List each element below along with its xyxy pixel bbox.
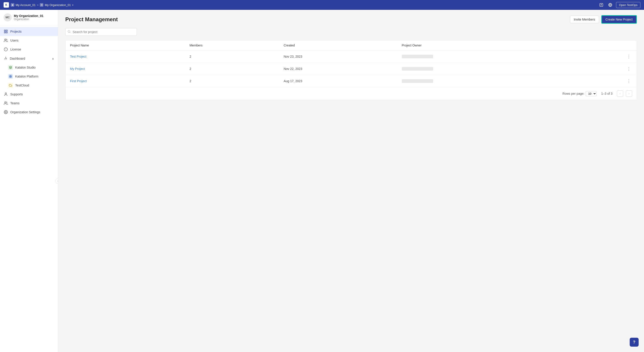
account-label[interactable]: My Account_01 (16, 3, 36, 7)
row-more-button-2[interactable]: ⋮ (626, 79, 632, 84)
sidebar-item-katalon-studio[interactable]: Katalon Studio (0, 63, 58, 72)
dashboard-expand-icon: ▲ (52, 57, 54, 60)
search-input[interactable] (65, 28, 137, 36)
katalon-studio-icon (8, 65, 13, 70)
dashboard-icon (4, 56, 8, 61)
breadcrumb: ▣ My Account_01 > ⛓ My Organization_01 ▾ (11, 3, 73, 7)
svg-rect-17 (9, 77, 10, 78)
sidebar-org-settings-label: Organization Settings (10, 110, 40, 114)
sidebar-item-teams[interactable]: Teams (0, 99, 58, 108)
sidebar-users-label: Users (10, 39, 18, 42)
project-link-0[interactable]: Test Project (70, 55, 86, 58)
page-header: Project Management Invite Members Create… (65, 15, 637, 24)
members-cell: 2 (185, 50, 279, 63)
actions-cell: ⋮ (570, 50, 636, 63)
project-name-cell: My Project (66, 63, 185, 75)
org-type: Organization (14, 18, 44, 21)
members-cell: 2 (185, 63, 279, 75)
table-header: Project Name Members Created Project Own… (66, 40, 636, 50)
table-row: First Project 2 Aug 17, 2023 ⋮ (66, 75, 636, 87)
teams-icon (4, 101, 8, 105)
svg-point-19 (5, 93, 6, 94)
rows-per-page-label: Rows per page: (562, 92, 584, 95)
owner-cell (397, 50, 570, 63)
open-testops-button[interactable]: Open TestOps (616, 2, 640, 8)
sidebar-supports-label: Supports (10, 92, 23, 96)
avatar: MC (4, 13, 12, 21)
app-layout: MC My Organization_01 Organization ‹ Pro… (0, 10, 644, 352)
rows-per-page-select[interactable]: 10 25 50 (586, 91, 596, 96)
owner-placeholder (402, 79, 433, 83)
main-content: Project Management Invite Members Create… (58, 10, 644, 352)
projects-table: Project Name Members Created Project Own… (66, 40, 636, 87)
projects-icon (4, 29, 8, 34)
row-more-button-0[interactable]: ⋮ (626, 54, 632, 59)
projects-table-container: Project Name Members Created Project Own… (65, 40, 637, 100)
search-bar (65, 28, 137, 36)
next-page-button[interactable] (626, 90, 632, 97)
sidebar-item-projects[interactable]: Projects (0, 27, 58, 36)
svg-point-22 (68, 30, 70, 32)
org-label[interactable]: My Organization_01 (45, 3, 71, 7)
header-actions: Invite Members Create New Project (570, 15, 637, 24)
svg-rect-18 (11, 77, 12, 78)
sidebar-item-users[interactable]: Users (0, 36, 58, 45)
org-name: My Organization_01 (14, 14, 44, 18)
project-link-1[interactable]: My Project (70, 67, 85, 71)
col-project-owner: Project Owner (397, 40, 570, 50)
project-name-cell: First Project (66, 75, 185, 87)
table-row: My Project 2 Nov 22, 2023 ⋮ (66, 63, 636, 75)
svg-point-7 (5, 39, 6, 40)
org-icon: ⛓ (40, 3, 44, 7)
language-icon[interactable] (607, 2, 613, 8)
top-navigation: K ▣ My Account_01 > ⛓ My Organization_01… (0, 0, 644, 10)
sidebar: MC My Organization_01 Organization ‹ Pro… (0, 10, 58, 352)
created-cell: Nov 23, 2023 (279, 50, 397, 63)
svg-marker-14 (9, 66, 12, 67)
sidebar-nav: Projects Users License (0, 25, 58, 352)
katalon-platform-icon (8, 74, 13, 79)
create-new-project-button[interactable]: Create New Project (601, 15, 637, 24)
table-body: Test Project 2 Nov 23, 2023 ⋮ My Project… (66, 50, 636, 87)
owner-cell (397, 63, 570, 75)
svg-line-23 (70, 32, 70, 33)
search-icon (68, 30, 71, 34)
top-nav-right: Open TestOps (598, 2, 640, 8)
help-icon: ? (633, 340, 636, 345)
supports-icon (4, 92, 8, 96)
svg-rect-15 (9, 75, 10, 76)
col-members: Members (185, 40, 279, 50)
row-more-button-1[interactable]: ⋮ (626, 66, 632, 71)
owner-placeholder (402, 67, 433, 71)
col-actions (570, 40, 636, 50)
org-info: My Organization_01 Organization (14, 14, 44, 21)
top-nav-left: K ▣ My Account_01 > ⛓ My Organization_01… (4, 2, 73, 7)
actions-cell: ⋮ (570, 75, 636, 87)
breadcrumb-separator: > (37, 3, 39, 7)
sidebar-item-org-settings[interactable]: Organization Settings (0, 108, 58, 117)
invite-members-button[interactable]: Invite Members (570, 16, 599, 23)
col-created: Created (279, 40, 397, 50)
svg-rect-16 (11, 75, 12, 76)
katalon-logo: K (4, 2, 9, 7)
sidebar-teams-label: Teams (10, 101, 20, 105)
sidebar-item-supports[interactable]: Supports (0, 90, 58, 99)
testcloud-icon (8, 83, 13, 88)
notifications-icon[interactable] (598, 2, 604, 8)
project-link-2[interactable]: First Project (70, 79, 87, 83)
sidebar-projects-label: Projects (10, 30, 22, 33)
help-fab[interactable]: ? (630, 338, 639, 347)
rows-per-page: Rows per page: 10 25 50 (562, 91, 596, 96)
svg-point-20 (5, 102, 6, 103)
sidebar-item-license[interactable]: License (0, 45, 58, 54)
created-cell: Nov 22, 2023 (279, 63, 397, 75)
col-project-name: Project Name (66, 40, 185, 50)
sidebar-item-katalon-platform[interactable]: Katalon Platform (0, 72, 58, 81)
sidebar-item-testcloud[interactable]: TestCloud (0, 81, 58, 90)
prev-page-button[interactable] (617, 90, 623, 97)
table-row: Test Project 2 Nov 23, 2023 ⋮ (66, 50, 636, 63)
pagination: Rows per page: 10 25 50 1–3 of 3 (66, 87, 636, 100)
owner-cell (397, 75, 570, 87)
sidebar-item-dashboard[interactable]: Dashboard ▲ (0, 54, 58, 63)
dropdown-arrow[interactable]: ▾ (72, 4, 73, 6)
